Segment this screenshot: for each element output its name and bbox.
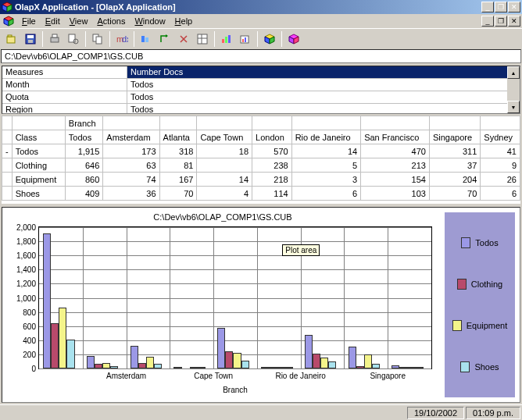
print-preview-button[interactable] xyxy=(65,30,82,48)
bar[interactable] xyxy=(284,367,292,368)
menu-file[interactable]: File xyxy=(17,16,41,27)
data-cell[interactable]: 26 xyxy=(481,173,520,187)
minimize-button[interactable]: _ xyxy=(481,2,494,12)
bar[interactable] xyxy=(130,346,138,368)
dimension-value[interactable]: Todos xyxy=(127,79,520,91)
data-cell[interactable]: 70 xyxy=(159,187,197,201)
open-button[interactable] xyxy=(3,30,20,48)
dimension-row[interactable]: RegionTodos xyxy=(2,104,520,114)
data-cell[interactable]: 114 xyxy=(252,187,292,201)
data-cell[interactable]: 36 xyxy=(103,187,159,201)
bar[interactable] xyxy=(217,328,225,368)
bar[interactable] xyxy=(87,356,95,368)
bar[interactable] xyxy=(241,361,249,368)
bar[interactable] xyxy=(190,367,198,368)
bar[interactable] xyxy=(372,364,380,368)
dimension-scrollbar[interactable]: ▲ ▼ xyxy=(507,66,520,113)
column-header[interactable]: Cape Town xyxy=(197,130,252,144)
data-cell[interactable]: 173 xyxy=(103,144,159,158)
bar[interactable] xyxy=(138,363,146,368)
data-cell[interactable]: 213 xyxy=(361,158,430,173)
bar[interactable] xyxy=(277,367,284,368)
copy-button[interactable] xyxy=(89,30,106,48)
data-cell[interactable]: 6 xyxy=(481,187,520,201)
column-header[interactable]: Atlanta xyxy=(159,130,197,144)
bar[interactable] xyxy=(328,361,336,368)
expand-toggle[interactable] xyxy=(2,158,13,173)
data-cell[interactable]: 37 xyxy=(429,158,480,173)
data-cell[interactable]: 311 xyxy=(429,144,480,158)
legend-item[interactable]: Shoes xyxy=(460,361,499,372)
bar[interactable] xyxy=(225,351,233,368)
dimension-row[interactable]: MeasuresNumber Docs xyxy=(2,66,520,79)
bar[interactable] xyxy=(408,367,416,368)
data-cell[interactable]: 1,915 xyxy=(65,144,103,158)
data-cell[interactable]: 646 xyxy=(65,158,103,173)
row-header[interactable]: Clothing xyxy=(12,158,65,173)
bar[interactable] xyxy=(416,367,424,368)
child-close-button[interactable]: ✕ xyxy=(508,16,520,27)
child-restore-button[interactable]: ❐ xyxy=(495,16,507,27)
expand-toggle[interactable] xyxy=(2,173,13,187)
data-cell[interactable]: 5 xyxy=(291,158,360,173)
bar[interactable] xyxy=(305,335,313,368)
save-button[interactable] xyxy=(22,30,39,48)
data-cell[interactable]: 318 xyxy=(159,144,197,158)
bar[interactable] xyxy=(261,367,269,368)
close-button[interactable]: ✕ xyxy=(508,2,520,12)
data-cell[interactable]: 570 xyxy=(252,144,292,158)
data-cell[interactable]: 70 xyxy=(429,187,480,201)
data-cell[interactable]: 218 xyxy=(252,173,292,187)
column-header[interactable]: London xyxy=(252,130,292,144)
data-cell[interactable]: 167 xyxy=(159,173,197,187)
data-cell[interactable]: 4 xyxy=(197,187,252,201)
bar[interactable] xyxy=(59,308,66,368)
column-header[interactable]: Todos xyxy=(65,130,103,144)
cascade-button[interactable] xyxy=(285,30,302,48)
menu-window[interactable]: Window xyxy=(130,16,170,27)
chart-wizard-button[interactable] xyxy=(237,30,254,48)
data-cell[interactable]: 204 xyxy=(429,173,480,187)
bar[interactable] xyxy=(51,323,59,368)
data-cell[interactable]: 3 xyxy=(291,173,360,187)
bar[interactable] xyxy=(392,365,399,368)
data-cell[interactable]: 74 xyxy=(103,173,159,187)
data-cell[interactable]: 18 xyxy=(197,144,252,158)
bar[interactable] xyxy=(110,366,118,368)
members-button[interactable] xyxy=(138,30,155,48)
bar[interactable] xyxy=(154,364,162,368)
dimension-value[interactable]: Todos xyxy=(127,104,520,114)
expand-toggle[interactable] xyxy=(2,187,13,201)
bar[interactable] xyxy=(320,358,328,368)
legend-item[interactable]: Clothing xyxy=(457,279,502,290)
data-cell[interactable]: 41 xyxy=(481,144,520,158)
bar[interactable] xyxy=(146,357,154,368)
child-minimize-button[interactable]: _ xyxy=(481,16,494,27)
bar[interactable] xyxy=(269,367,277,368)
dimension-value[interactable]: Todos xyxy=(127,91,520,103)
column-header[interactable]: Singapore xyxy=(429,130,480,144)
data-cell[interactable]: 6 xyxy=(291,187,360,201)
menu-actions[interactable]: Actions xyxy=(92,16,130,27)
data-cell[interactable]: 103 xyxy=(361,187,430,201)
plot-area[interactable]: Plot area 02004006008001,0001,2001,4001,… xyxy=(38,226,432,369)
bar[interactable] xyxy=(399,367,407,368)
bar[interactable] xyxy=(102,363,110,368)
data-cell[interactable]: 14 xyxy=(197,173,252,187)
bar[interactable] xyxy=(364,354,372,368)
bar[interactable] xyxy=(43,233,51,368)
data-cell[interactable]: 14 xyxy=(291,144,360,158)
cube-button[interactable] xyxy=(261,30,278,48)
row-header[interactable]: Equipment xyxy=(12,173,65,187)
row-header[interactable]: Shoes xyxy=(12,187,65,201)
bar[interactable] xyxy=(313,354,320,368)
chart-options-button[interactable] xyxy=(218,30,235,48)
legend-item[interactable]: Todos xyxy=(461,237,498,248)
chart-area[interactable]: C:\Dev\vb6\OLAP_COMP1\GS.CUB Plot area 0… xyxy=(7,212,438,397)
dimension-value[interactable]: Number Docs xyxy=(127,66,520,78)
data-cell[interactable]: 63 xyxy=(103,158,159,173)
scroll-up-icon[interactable]: ▲ xyxy=(507,66,520,79)
data-cell[interactable]: 9 xyxy=(481,158,520,173)
data-cell[interactable]: 238 xyxy=(252,158,292,173)
bar[interactable] xyxy=(349,347,356,368)
